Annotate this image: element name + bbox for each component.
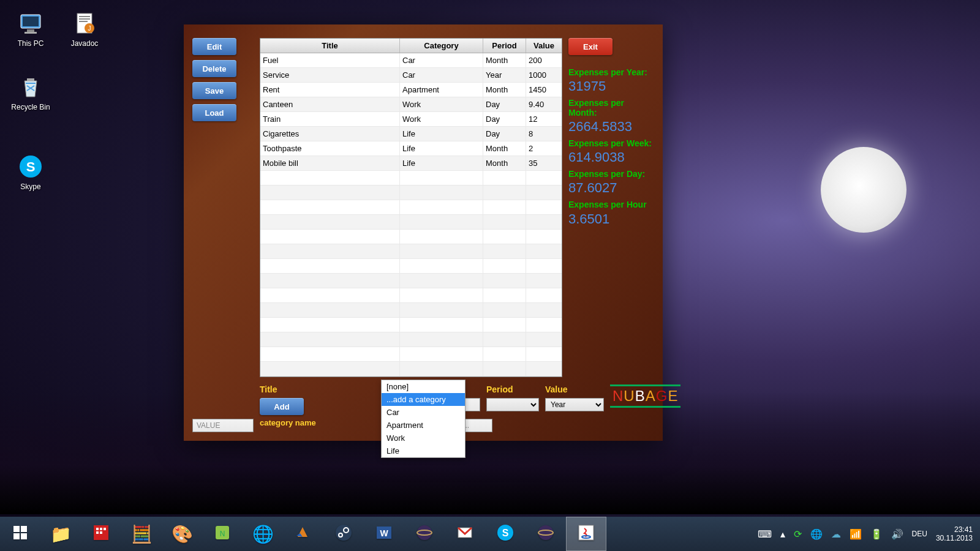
- tray-sync-icon[interactable]: ⟳: [794, 528, 802, 540]
- tray-chevron-icon[interactable]: ▴: [780, 528, 785, 540]
- system-tray: ⌨ ▴ ⟳ 🌐 ☁ 📶 🔋 🔊 DEU 23:41 30.11.2013: [758, 525, 980, 543]
- cell-value: 2: [526, 141, 562, 156]
- dropdown-option[interactable]: [none]: [382, 380, 465, 393]
- table-row-empty[interactable]: [260, 303, 562, 318]
- delete-button[interactable]: Delete: [192, 60, 236, 77]
- stat-label: Expenses per Week:: [568, 138, 654, 148]
- tray-globe-icon[interactable]: 🌐: [810, 528, 823, 540]
- add-button[interactable]: Add: [260, 398, 304, 415]
- category-select[interactable]: [486, 398, 539, 411]
- this-pc-icon: [17, 10, 44, 37]
- tray-cloud-icon[interactable]: ☁: [831, 528, 841, 540]
- taskbar-skype[interactable]: S: [485, 517, 526, 551]
- desktop-icon-this-pc[interactable]: This PC: [7, 10, 54, 48]
- taskbar-steam[interactable]: [323, 517, 364, 551]
- right-panel: Exit Expenses per Year:31975Expenses per…: [568, 38, 654, 377]
- table-row-empty[interactable]: [260, 259, 562, 274]
- category-dropdown[interactable]: [none]...add a categoryCarApartmentWorkL…: [381, 380, 466, 458]
- tray-volume-icon[interactable]: 🔊: [891, 528, 903, 540]
- tray-battery-icon[interactable]: 🔋: [870, 528, 883, 540]
- table-row[interactable]: CanteenWorkDay9.40: [260, 97, 562, 112]
- desktop-icon-skype[interactable]: SSkype: [7, 153, 54, 191]
- cell-title: Train: [260, 112, 400, 126]
- taskbar-word[interactable]: W: [364, 517, 404, 551]
- taskbar-notepadpp[interactable]: N: [202, 517, 243, 551]
- cell-title: Mobile bill: [260, 156, 400, 170]
- table-row[interactable]: ToothpasteLifeMonth2: [260, 141, 562, 156]
- paint-icon: 🎨: [172, 524, 193, 544]
- tray-wifi-icon[interactable]: 📶: [850, 528, 862, 540]
- col-title[interactable]: Title: [260, 39, 400, 53]
- cell-value: 1000: [526, 68, 562, 82]
- table-row[interactable]: TrainWorkDay12: [260, 112, 562, 127]
- value-label: Value: [545, 384, 604, 394]
- period-label: Period: [486, 384, 539, 394]
- table-row-empty[interactable]: [260, 186, 562, 200]
- taskbar-java[interactable]: [566, 517, 606, 551]
- taskbar-calculator[interactable]: 🧮: [121, 517, 162, 551]
- cell-category: Work: [400, 97, 483, 111]
- table-row-empty[interactable]: [260, 332, 562, 347]
- keyboard-icon[interactable]: ⌨: [758, 528, 772, 540]
- desktop-icon-javadoc[interactable]: JJavadoc: [61, 10, 108, 48]
- table-row-empty[interactable]: [260, 362, 562, 377]
- dropdown-option[interactable]: Apartment: [382, 419, 465, 432]
- exit-button[interactable]: Exit: [568, 38, 612, 55]
- taskbar-browser[interactable]: 🌐: [243, 517, 283, 551]
- cell-value: 8: [526, 127, 562, 141]
- svg-rect-5: [96, 528, 99, 530]
- taskbar-start[interactable]: [0, 517, 40, 551]
- col-value[interactable]: Value: [526, 39, 562, 53]
- desktop-icon-recycle-bin[interactable]: Recycle Bin: [7, 73, 54, 111]
- period-select[interactable]: Year: [545, 398, 604, 411]
- table-row[interactable]: RentApartmentMonth1450: [260, 83, 562, 97]
- table-row[interactable]: Mobile billLifeMonth35: [260, 156, 562, 171]
- left-button-column: Edit Delete Save Load: [192, 38, 254, 377]
- svg-rect-27: [23, 17, 39, 26]
- table-row[interactable]: FuelCarMonth200: [260, 53, 562, 68]
- table-row-empty[interactable]: [260, 318, 562, 332]
- red-square-icon: [92, 523, 110, 544]
- table-row-empty[interactable]: [260, 171, 562, 186]
- dropdown-option[interactable]: Work: [382, 432, 465, 444]
- edit-button[interactable]: Edit: [192, 38, 236, 55]
- taskbar-file-explorer[interactable]: 📁: [40, 517, 81, 551]
- table-row-empty[interactable]: [260, 288, 562, 303]
- desktop-icon-label: Javadoc: [71, 39, 99, 48]
- dropdown-option[interactable]: Life: [382, 444, 465, 457]
- save-button[interactable]: Save: [192, 82, 236, 99]
- cell-value: 9.40: [526, 97, 562, 111]
- desktop-icon-label: This PC: [18, 39, 44, 48]
- skype-icon: S: [496, 523, 514, 544]
- value-input[interactable]: [192, 419, 254, 432]
- table-row-empty[interactable]: [260, 244, 562, 259]
- cell-period: Year: [483, 68, 526, 82]
- dropdown-option[interactable]: Car: [382, 406, 465, 419]
- col-period[interactable]: Period: [483, 39, 526, 53]
- load-button[interactable]: Load: [192, 104, 236, 121]
- taskbar-app-red[interactable]: [81, 517, 121, 551]
- table-row[interactable]: CigarettesLifeDay8: [260, 127, 562, 141]
- expense-table[interactable]: Title Category Period Value FuelCarMonth…: [260, 38, 562, 377]
- taskbar-eclipse2[interactable]: [526, 517, 566, 551]
- taskbar-matlab[interactable]: [283, 517, 323, 551]
- dropdown-option[interactable]: ...add a category: [382, 393, 465, 406]
- table-row-empty[interactable]: [260, 230, 562, 244]
- cell-title: Rent: [260, 83, 400, 97]
- col-category[interactable]: Category: [400, 39, 483, 53]
- table-row-empty[interactable]: [260, 200, 562, 215]
- taskbar-eclipse1[interactable]: [404, 517, 445, 551]
- table-row-empty[interactable]: [260, 215, 562, 230]
- tray-clock[interactable]: 23:41 30.11.2013: [936, 525, 973, 543]
- table-row[interactable]: ServiceCarYear1000: [260, 68, 562, 83]
- taskbar-paint[interactable]: 🎨: [162, 517, 202, 551]
- cell-period: Month: [483, 83, 526, 97]
- table-row-empty[interactable]: [260, 347, 562, 362]
- taskbar-gmail[interactable]: [445, 517, 485, 551]
- table-row-empty[interactable]: [260, 274, 562, 288]
- taskbar: 📁🧮🎨N🌐WS ⌨ ▴ ⟳ 🌐 ☁ 📶 🔋 🔊 DEU 23:41 30.11.…: [0, 517, 980, 551]
- cell-category: Life: [400, 127, 483, 141]
- app-logo: NUBAGE: [610, 384, 680, 408]
- tray-language[interactable]: DEU: [912, 530, 927, 538]
- svg-rect-2: [13, 533, 20, 539]
